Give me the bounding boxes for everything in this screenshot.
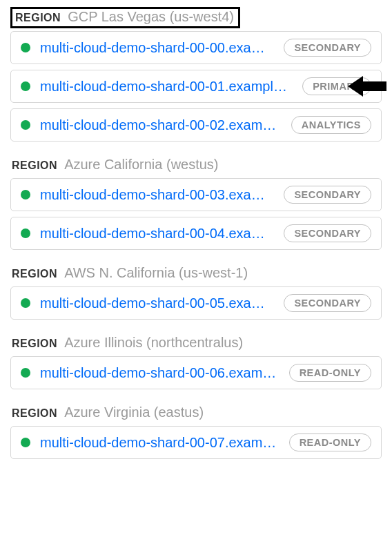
- status-up-icon: [21, 368, 30, 378]
- region-block: REGIONAzure California (westus)multi-clo…: [10, 154, 382, 250]
- shard-row: multi-cloud-demo-shard-00-03.example.net…: [10, 178, 382, 211]
- status-up-icon: [21, 43, 30, 52]
- arrow-left-icon: [348, 75, 386, 98]
- role-badge: SECONDARY: [284, 39, 371, 57]
- shard-link[interactable]: multi-cloud-demo-shard-00-05.example.net: [40, 295, 274, 311]
- role-badge: READ-ONLY: [289, 364, 371, 382]
- status-up-icon: [21, 438, 30, 447]
- region-name: GCP Las Vegas (us-west4): [68, 9, 234, 25]
- role-badge: SECONDARY: [284, 186, 371, 204]
- region-label: REGION: [12, 407, 57, 420]
- shard-link[interactable]: multi-cloud-demo-shard-00-00.example.net: [40, 40, 274, 56]
- region-header: REGIONAzure Illinois (northcentralus): [10, 332, 382, 356]
- region-name: Azure Virginia (eastus): [64, 405, 204, 420]
- status-up-icon: [21, 228, 30, 238]
- region-name: Azure California (westus): [64, 157, 218, 173]
- shard-link[interactable]: multi-cloud-demo-shard-00-06.example.net: [40, 365, 280, 381]
- region-label: REGION: [12, 159, 57, 172]
- region-block: REGIONGCP Las Vegas (us-west4)multi-clou…: [10, 7, 382, 142]
- region-block: REGIONAzure Virginia (eastus)multi-cloud…: [10, 402, 382, 459]
- role-badge: READ-ONLY: [289, 434, 371, 451]
- shard-link[interactable]: multi-cloud-demo-shard-00-01.example.net: [40, 79, 293, 95]
- region-name: AWS N. California (us-west-1): [64, 265, 248, 281]
- shard-row: multi-cloud-demo-shard-00-07.example.net…: [10, 426, 382, 459]
- shard-row: multi-cloud-demo-shard-00-06.example.net…: [10, 356, 382, 389]
- region-header: REGIONAzure California (westus): [10, 154, 382, 178]
- shard-row: multi-cloud-demo-shard-00-04.example.net…: [10, 217, 382, 250]
- region-block: REGIONAWS N. California (us-west-1)multi…: [10, 262, 382, 320]
- shard-row: multi-cloud-demo-shard-00-05.example.net…: [10, 286, 382, 320]
- shard-row: multi-cloud-demo-shard-00-02.example.net…: [10, 108, 382, 142]
- shard-link[interactable]: multi-cloud-demo-shard-00-03.example.net: [40, 187, 274, 203]
- region-block: REGIONAzure Illinois (northcentralus)mul…: [10, 332, 382, 389]
- role-badge: SECONDARY: [284, 224, 371, 242]
- status-up-icon: [21, 190, 30, 199]
- region-label: REGION: [12, 268, 57, 280]
- shard-link[interactable]: multi-cloud-demo-shard-00-02.example.net: [40, 117, 282, 133]
- region-name: Azure Illinois (northcentralus): [64, 335, 243, 351]
- svg-marker-0: [348, 76, 386, 97]
- status-up-icon: [21, 81, 30, 91]
- shard-link[interactable]: multi-cloud-demo-shard-00-07.example.net: [40, 435, 280, 451]
- region-label: REGION: [15, 12, 61, 24]
- region-label: REGION: [12, 338, 57, 350]
- shard-link[interactable]: multi-cloud-demo-shard-00-04.example.net: [40, 226, 274, 242]
- shard-row: multi-cloud-demo-shard-00-00.example.net…: [10, 31, 382, 64]
- shard-row: multi-cloud-demo-shard-00-01.example.net…: [10, 70, 382, 103]
- region-header: REGIONAzure Virginia (eastus): [10, 402, 382, 426]
- role-badge: SECONDARY: [284, 294, 371, 312]
- status-up-icon: [21, 298, 30, 308]
- status-up-icon: [21, 120, 30, 130]
- role-badge: ANALYTICS: [291, 116, 371, 134]
- region-header: REGIONAWS N. California (us-west-1): [10, 262, 382, 286]
- region-header-highlighted: REGIONGCP Las Vegas (us-west4): [10, 7, 240, 28]
